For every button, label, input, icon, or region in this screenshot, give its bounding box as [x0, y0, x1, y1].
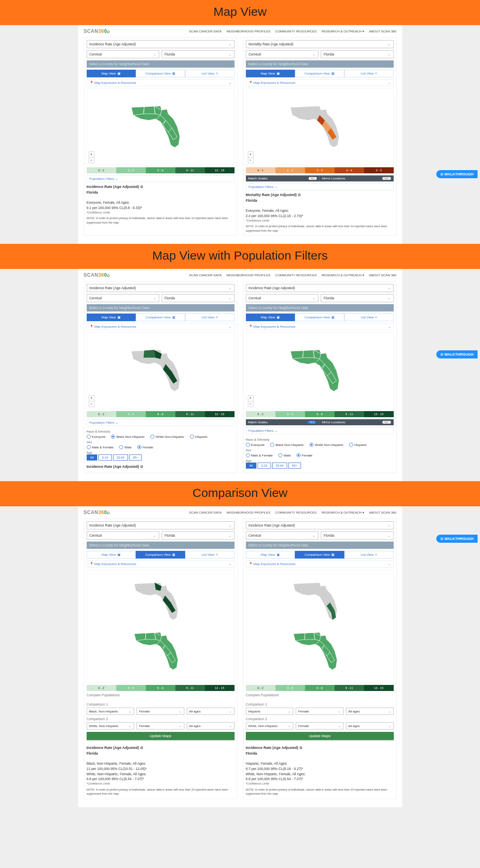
exposures-toggle[interactable]: 📍 Map Exposures & Resources [87, 561, 235, 567]
tab-map[interactable]: Map View▣ [246, 70, 295, 77]
radio-mf[interactable]: Male & Female [87, 445, 114, 449]
pop-filters-toggle[interactable]: Population Filters [246, 427, 394, 434]
county-select[interactable]: Select a County for Neighborhood Data [87, 60, 235, 68]
cmp2-age[interactable]: All ages [187, 722, 235, 729]
radio-hispanic[interactable]: Hispanic [349, 443, 367, 447]
county-select[interactable]: Select a County for Neighborhood Data [246, 60, 394, 68]
zoom-control[interactable]: +− [248, 395, 254, 407]
cancer-select[interactable]: Cervical [246, 50, 319, 58]
cmp1-race[interactable]: Black, Non-Hispanic [87, 708, 134, 715]
radio-black[interactable]: Black Non-Hispanic [270, 443, 304, 447]
tab-list[interactable]: List View≡ [185, 551, 235, 559]
map-canvas[interactable]: +− [87, 332, 235, 409]
measure-select[interactable]: Incidence Rate (Age Adjusted) [87, 40, 235, 48]
pop-filters-toggle[interactable]: Population Filters [87, 419, 235, 426]
tab-comparison[interactable]: Comparison View▦ [295, 314, 344, 321]
logo[interactable]: SCAN360⌕ [84, 272, 110, 278]
map-canvas[interactable]: +− [246, 88, 394, 165]
cmp1-sex[interactable]: Female [296, 708, 343, 715]
mirror-toggle[interactable]: NO [382, 421, 391, 424]
update-maps-button[interactable]: Update Maps [87, 732, 235, 740]
nav-item[interactable]: RESEARCH & OUTREACH ▾ [322, 273, 364, 277]
cmp1-sex[interactable]: Female [137, 708, 184, 715]
radio-white[interactable]: White Non-Hispanic [309, 443, 343, 447]
tab-comparison[interactable]: Comparison View▦ [295, 70, 344, 77]
tab-comparison[interactable]: Comparison View▦ [136, 70, 185, 77]
nav-item[interactable]: NEIGHBORHOOD PROFILES [226, 273, 270, 277]
tab-comparison[interactable]: Comparison View▦ [295, 551, 344, 559]
nav-item[interactable]: COMMUNITY RESOURCES [275, 273, 317, 277]
region-select[interactable]: Florida [162, 50, 235, 58]
mirror-toggle[interactable]: NO [382, 177, 391, 180]
nav-item[interactable]: COMMUNITY RESOURCES [275, 30, 317, 33]
logo[interactable]: SCAN360⌕ [84, 510, 110, 515]
pop-filters-toggle[interactable]: Population Filters [87, 175, 235, 182]
tab-list[interactable]: List View≡ [185, 314, 235, 321]
radio-male[interactable]: Male [119, 445, 131, 449]
county-select[interactable]: Select a County for Neighborhood Data [87, 304, 235, 311]
zoom-control[interactable]: +− [248, 151, 254, 163]
county-select[interactable]: Select a County for Neighborhood Data [87, 542, 235, 549]
tab-map[interactable]: Map View▣ [246, 314, 295, 321]
zoom-control[interactable]: +− [89, 151, 94, 163]
nav-item[interactable]: RESEARCH & OUTREACH ▾ [322, 30, 364, 33]
county-select[interactable]: Select a County for Neighborhood Data [246, 542, 394, 549]
cancer-select[interactable]: Cervical [87, 294, 160, 302]
measure-select[interactable]: Incidence Rate (Age Adjusted) [87, 284, 235, 292]
tab-map[interactable]: Map View▣ [87, 551, 136, 559]
exposures-toggle[interactable]: 📍 Map Exposures & Resources [246, 79, 394, 86]
tab-list[interactable]: List View≡ [344, 314, 394, 321]
logo[interactable]: SCAN360⌕ [84, 28, 110, 34]
radio-everyone[interactable]: Everyone [246, 443, 265, 447]
exposures-toggle[interactable]: 📍 Map Exposures & Resources [87, 323, 235, 330]
cmp2-race[interactable]: White, Non-Hispanic [87, 722, 134, 729]
cmp1-age[interactable]: All ages [346, 708, 394, 715]
tab-list[interactable]: List View≡ [344, 551, 394, 559]
comparison-maps[interactable] [87, 569, 235, 683]
tab-list[interactable]: List View≡ [185, 70, 235, 77]
tab-map[interactable]: Map View▣ [87, 70, 136, 77]
nav-item[interactable]: SCAN CANCER DATA [189, 273, 222, 277]
cmp1-race[interactable]: Hispanic [246, 708, 294, 715]
tab-comparison[interactable]: Comparison View▦ [136, 314, 185, 321]
radio-hispanic[interactable]: Hispanic [190, 435, 208, 439]
walkthrough-button[interactable]: ⊙ WALKTHROUGH [436, 535, 478, 543]
cmp2-age[interactable]: All ages [346, 722, 394, 729]
match-toggle[interactable]: YES [307, 421, 317, 424]
pop-filters-toggle[interactable]: Population Filters [246, 183, 394, 190]
match-toggle[interactable]: NO [309, 177, 317, 180]
radio-white[interactable]: White Non-Hispanic [150, 435, 184, 439]
nav-item[interactable]: ABOUT SCAN 360 [369, 30, 396, 33]
cmp1-age[interactable]: All ages [187, 708, 235, 715]
radio-female[interactable]: Female [297, 453, 313, 457]
map-canvas[interactable]: +− [87, 88, 235, 165]
region-select[interactable]: Florida [321, 294, 394, 302]
nav-item[interactable]: NEIGHBORHOOD PROFILES [226, 30, 270, 33]
comparison-maps[interactable] [246, 569, 394, 683]
exposures-toggle[interactable]: 📍 Map Exposures & Resources [246, 561, 394, 567]
measure-select[interactable]: Incidence Rate (Age Adjusted) [246, 284, 394, 292]
radio-male[interactable]: Male [278, 453, 290, 457]
cancer-select[interactable]: Cervical [246, 531, 319, 540]
nav-item[interactable]: NEIGHBORHOOD PROFILES [226, 511, 270, 514]
cancer-select[interactable]: Cervical [87, 50, 160, 58]
region-select[interactable]: Florida [321, 531, 394, 540]
measure-select[interactable]: Incidence Rate (Age Adjusted) [246, 521, 394, 529]
radio-mf[interactable]: Male & Female [246, 453, 273, 457]
nav-item[interactable]: SCAN CANCER DATA [189, 511, 222, 514]
region-select[interactable]: Florida [162, 294, 235, 302]
zoom-control[interactable]: +− [89, 395, 94, 407]
region-select[interactable]: Florida [162, 531, 235, 540]
tab-map[interactable]: Map View▣ [246, 551, 295, 559]
radio-female[interactable]: Female [137, 445, 154, 449]
radio-everyone[interactable]: Everyone [87, 435, 106, 439]
age-tabs[interactable]: All0-1920-6465+ [246, 463, 394, 469]
measure-select[interactable]: Incidence Rate (Age Adjusted) [87, 521, 235, 529]
nav-item[interactable]: COMMUNITY RESOURCES [275, 511, 317, 514]
cmp2-sex[interactable]: Female [137, 722, 184, 729]
cmp2-sex[interactable]: Female [296, 722, 343, 729]
county-select[interactable]: Select a County for Neighborhood Data [246, 304, 394, 311]
measure-select[interactable]: Mortality Rate (Age Adjusted) [246, 40, 394, 48]
radio-black[interactable]: Black Non-Hispanic [111, 435, 145, 439]
cancer-select[interactable]: Cervical [246, 294, 319, 302]
